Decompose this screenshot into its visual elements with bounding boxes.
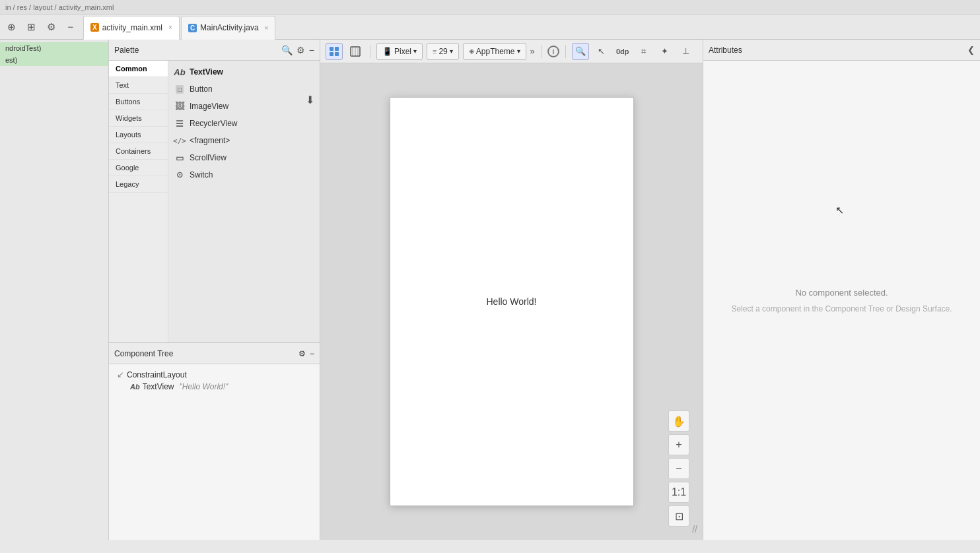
textview-icon: Ab [174, 66, 186, 78]
category-containers[interactable]: Containers [109, 143, 168, 160]
split-button[interactable]: ⊞ [22, 18, 40, 36]
palette-item-switch[interactable]: ⊙ Switch [168, 166, 320, 183]
theme-dropdown-icon: ◈ [469, 47, 474, 55]
project-item-test[interactable]: est) [0, 54, 108, 66]
comp-tree-settings-icon[interactable]: ⚙ [298, 349, 306, 358]
palette-categories: Common Text Buttons Widgets Layouts Cont… [109, 61, 168, 342]
palette-header-icons: 🔍 ⚙ − [281, 45, 314, 55]
palette-download-icon[interactable]: ⬇ [306, 94, 314, 106]
project-item-androidtest[interactable]: ndroidTest) [0, 42, 108, 54]
tab-activity-main-xml[interactable]: X activity_main.xml × [83, 16, 180, 40]
toolbar-sep-3 [565, 45, 566, 58]
constraint-layout-label: ConstraintLayout [127, 370, 187, 379]
info-icon[interactable]: i [547, 46, 559, 57]
category-buttons[interactable]: Buttons [109, 94, 168, 110]
connect-button[interactable]: ⌗ [635, 43, 652, 60]
category-common[interactable]: Common [109, 61, 168, 77]
palette-item-imageview[interactable]: 🖼 ImageView [168, 98, 320, 115]
category-layouts[interactable]: Layouts [109, 127, 168, 143]
pan-tool-button[interactable]: ↖ [593, 43, 610, 60]
xml-tab-close[interactable]: × [168, 24, 172, 31]
pixel-dropdown-label: Pixel [394, 47, 411, 56]
button-label: Button [190, 84, 213, 94]
category-text[interactable]: Text [109, 77, 168, 94]
attributes-panel: Attributes ❮ No component selected. Sele… [703, 40, 980, 540]
recyclerview-icon: ☰ [174, 117, 186, 129]
palette-search-icon[interactable]: 🔍 [281, 45, 293, 55]
palette-items: Ab TextView □ Button 🖼 [168, 61, 320, 342]
api-dropdown[interactable]: ≡ 29 ▾ [427, 43, 459, 60]
theme-dropdown-label: AppTheme [476, 47, 515, 56]
settings-button[interactable]: ⚙ [42, 18, 59, 36]
palette-item-textview[interactable]: Ab TextView [168, 63, 320, 81]
toolbar-sep-1 [370, 45, 370, 58]
pixel-dropdown[interactable]: 📱 Pixel ▾ [376, 43, 423, 60]
baseline-icon: ⊥ [682, 46, 689, 56]
design-view-icon [328, 46, 340, 57]
palette-item-button[interactable]: □ Button [168, 81, 320, 98]
pixel-dropdown-arrow: ▾ [413, 48, 417, 55]
breadcrumb-text: in / res / layout / activity_main.xml [5, 3, 114, 11]
margin-button[interactable]: 0dp [614, 43, 631, 60]
switch-label: Switch [190, 170, 213, 179]
add-button[interactable]: ⊕ [3, 18, 20, 36]
select-tool-button[interactable]: 🔍 [572, 43, 589, 60]
zoom-reset-button[interactable]: 1:1 [668, 482, 689, 503]
imageview-label: ImageView [190, 102, 228, 111]
xml-tab-icon: X [90, 23, 99, 32]
minimize-button[interactable]: − [62, 18, 79, 36]
hello-world-text: Hello World! [487, 296, 537, 307]
java-tab-close[interactable]: × [265, 24, 269, 32]
palette-body: Common Text Buttons Widgets Layouts Cont… [109, 61, 320, 342]
attributes-expand-icon[interactable]: ❮ [967, 45, 975, 55]
palette-settings-icon[interactable]: ⚙ [297, 45, 305, 55]
tree-item-constraintlayout[interactable]: ↙ ConstraintLayout [114, 368, 314, 381]
palette-header: Palette 🔍 ⚙ − [109, 40, 320, 61]
api-dropdown-icon: ≡ [433, 48, 437, 55]
zoom-in-button[interactable]: + [668, 434, 689, 455]
magic-icon: ✦ [661, 46, 668, 56]
category-widgets[interactable]: Widgets [109, 110, 168, 127]
scrollview-label: ScrollView [190, 153, 227, 162]
design-surface: 📱 Pixel ▾ ≡ 29 ▾ ◈ AppTheme ▾ » i [320, 40, 703, 540]
design-view-button[interactable] [326, 43, 343, 60]
baseline-button[interactable]: ⊥ [678, 43, 695, 60]
api-dropdown-arrow: ▾ [450, 48, 453, 55]
textview-tree-value: "Hello World!" [179, 382, 228, 391]
design-canvas[interactable]: Hello World! ✋ + − 1:1 ⊡ // [320, 63, 703, 540]
constraint-layout-icon: ↙ [117, 370, 124, 379]
resize-handle: // [692, 524, 697, 535]
theme-dropdown-arrow: ▾ [517, 48, 520, 55]
component-tree-title: Component Tree [114, 349, 298, 358]
project-tree-panel: ndroidTest) est) [0, 40, 109, 540]
margin-label: 0dp [616, 48, 629, 55]
category-google[interactable]: Google [109, 160, 168, 176]
fragment-icon: </> [174, 135, 186, 146]
toolbar-sep-2 [541, 45, 542, 58]
attributes-header: Attributes ❮ [703, 40, 980, 61]
blueprint-view-button[interactable] [347, 43, 364, 60]
toolbar-more-icon[interactable]: » [530, 46, 535, 56]
tab-main-activity-java[interactable]: C MainActivity.java × [181, 16, 276, 40]
no-component-text: No component selected. [795, 288, 888, 298]
svg-rect-3 [335, 52, 339, 56]
palette-close-icon[interactable]: − [309, 45, 314, 55]
comp-tree-close-icon[interactable]: − [310, 349, 314, 358]
palette-item-fragment[interactable]: </> <fragment> [168, 132, 320, 149]
component-tree-header: Component Tree ⚙ − [109, 343, 320, 364]
magic-button[interactable]: ✦ [656, 43, 674, 60]
zoom-fit-button[interactable]: ⊡ [668, 505, 689, 527]
scrollview-icon: ▭ [174, 152, 186, 164]
textview-tree-label: TextView [143, 382, 174, 391]
attributes-title: Attributes [709, 46, 967, 55]
theme-dropdown[interactable]: ◈ AppTheme ▾ [463, 43, 526, 60]
select-tool-icon: 🔍 [575, 46, 586, 56]
component-tree-body: ↙ ConstraintLayout Ab TextView "Hello Wo… [109, 364, 320, 540]
zoom-out-button[interactable]: − [668, 458, 689, 479]
palette-item-scrollview[interactable]: ▭ ScrollView [168, 149, 320, 166]
category-legacy[interactable]: Legacy [109, 176, 168, 193]
hand-tool-button[interactable]: ✋ [668, 410, 689, 432]
palette-item-recyclerview[interactable]: ☰ RecyclerView [168, 115, 320, 132]
recyclerview-label: RecyclerView [190, 119, 237, 128]
tree-item-textview[interactable]: Ab TextView "Hello World!" [127, 381, 314, 393]
